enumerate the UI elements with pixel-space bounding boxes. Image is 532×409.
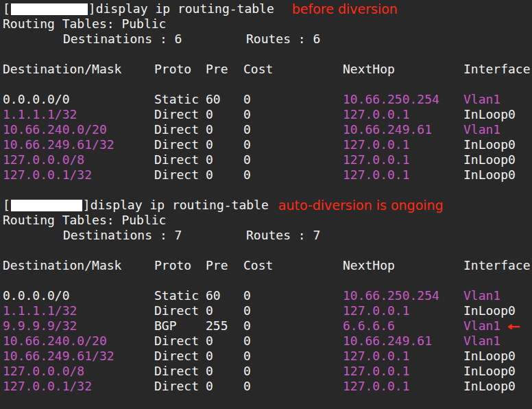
cell-proto: Direct [154,152,206,167]
cell-destination: 10.66.249.61/32 [3,349,154,364]
cell-cost: 0 [243,152,343,167]
cell-proto: Direct [154,137,206,152]
annotation-before-diversion: before diversion [292,1,398,16]
routing-tables-line: Routing Tables: Public [3,16,532,32]
command-line-2: [ ]display ip routing-table auto-diversi… [3,198,532,213]
blank-line [3,77,532,92]
route-row: 10.66.240.0/20 Direct 0 0 10.66.249.61 V… [3,122,532,137]
route-row-bgp-diverted: 9.9.9.9/32 BGP 255 0 6.6.6.6 Vlan1 ← [3,318,532,334]
cell-cost: 0 [243,349,343,364]
routes-count: Routes : 7 [246,228,320,243]
cell-interface: Vlan1 [463,288,500,303]
cell-nexthop: 127.0.0.1 [343,364,463,379]
prompt-open-bracket: [ [3,198,10,213]
cell-proto: Direct [154,334,206,349]
cell-destination: 127.0.0.1/32 [3,167,154,183]
cell-destination: 127.0.0.0/8 [3,152,154,167]
cell-pre: 0 [206,107,243,122]
cell-pre: 0 [206,122,243,137]
cell-cost: 0 [243,92,343,107]
cell-proto: Direct [154,349,206,364]
blank-line [3,183,532,198]
route-row: 127.0.0.0/8 Direct 0 0 127.0.0.1 InLoop0 [3,152,532,167]
col-proto: Proto [154,258,206,273]
cell-proto: Static [154,288,206,303]
cell-pre: 0 [206,364,243,379]
route-row: 10.66.240.0/20 Direct 0 0 10.66.249.61 V… [3,334,532,349]
routing-tables-text: Routing Tables: Public [3,16,166,32]
cell-pre: 0 [206,303,243,318]
cell-proto: Static [154,92,206,107]
cell-cost: 0 [243,288,343,303]
cell-pre: 60 [206,288,243,303]
counts-line: Destinations : 7 Routes : 7 [3,228,532,243]
cell-nexthop: 127.0.0.1 [343,349,463,364]
col-destination-mask: Destination/Mask [3,258,154,273]
cell-interface: InLoop0 [463,364,516,379]
cell-pre: 0 [206,349,243,364]
cell-destination: 127.0.0.1/32 [3,379,154,394]
cell-nexthop: 127.0.0.1 [343,167,463,183]
cell-destination: 127.0.0.0/8 [3,364,154,379]
counts-line: Destinations : 6 Routes : 6 [3,32,532,47]
cell-interface: InLoop0 [463,167,516,183]
cell-pre: 255 [206,318,243,334]
table-header: Destination/Mask Proto Pre Cost NextHop … [3,62,532,77]
cell-destination: 10.66.249.61/32 [3,137,154,152]
cell-proto: Direct [154,107,206,122]
terminal-window: [ ]display ip routing-table before diver… [0,0,532,409]
cell-nexthop: 10.66.250.254 [343,92,463,107]
cell-pre: 0 [206,152,243,167]
col-pre: Pre [206,62,243,77]
cell-nexthop: 127.0.0.1 [343,152,463,167]
cell-destination: 0.0.0.0/0 [3,288,154,303]
col-destination-mask: Destination/Mask [3,62,154,77]
col-cost: Cost [243,62,343,77]
cell-nexthop: 10.66.249.61 [343,334,463,349]
col-cost: Cost [243,258,343,273]
destinations-count: Destinations : 7 [63,228,246,243]
col-interface: Interface [463,62,531,77]
route-row: 10.66.249.61/32 Direct 0 0 127.0.0.1 InL… [3,349,532,364]
cell-pre: 0 [206,334,243,349]
cell-proto: Direct [154,303,206,318]
route-row: 1.1.1.1/32 Direct 0 0 127.0.0.1 InLoop0 [3,303,532,318]
route-row: 127.0.0.0/8 Direct 0 0 127.0.0.1 InLoop0 [3,364,532,379]
cell-interface: InLoop0 [463,137,516,152]
cell-interface: InLoop0 [463,152,516,167]
cell-nexthop: 127.0.0.1 [343,379,463,394]
cell-destination: 1.1.1.1/32 [3,303,154,318]
cell-interface: InLoop0 [463,107,516,122]
cell-proto: Direct [154,364,206,379]
destinations-count: Destinations : 6 [63,32,246,47]
prompt-open-bracket: [ [3,1,10,16]
col-interface: Interface [463,258,531,273]
cell-nexthop: 127.0.0.1 [343,107,463,122]
cell-proto: Direct [154,122,206,137]
cell-pre: 0 [206,167,243,183]
col-nexthop: NextHop [343,62,463,77]
cell-cost: 0 [243,107,343,122]
cell-cost: 0 [243,334,343,349]
command-text: ]display ip routing-table [88,1,274,16]
col-proto: Proto [154,62,206,77]
cell-destination: 9.9.9.9/32 [3,318,154,334]
cell-cost: 0 [243,364,343,379]
route-row: 0.0.0.0/0 Static 60 0 10.66.250.254 Vlan… [3,288,532,303]
cell-nexthop: 127.0.0.1 [343,303,463,318]
routes-count: Routes : 6 [246,32,320,47]
cell-nexthop: 6.6.6.6 [343,318,463,334]
cell-destination: 10.66.240.0/20 [3,122,154,137]
cell-destination: 10.66.240.0/20 [3,334,154,349]
cell-proto: BGP [154,318,206,334]
route-row: 10.66.249.61/32 Direct 0 0 127.0.0.1 InL… [3,137,532,152]
blank-line [3,273,532,288]
cell-destination: 0.0.0.0/0 [3,92,154,107]
table-header: Destination/Mask Proto Pre Cost NextHop … [3,258,532,273]
col-pre: Pre [206,258,243,273]
route-row: 1.1.1.1/32 Direct 0 0 127.0.0.1 InLoop0 [3,107,532,122]
cell-interface: Vlan1 [463,334,500,349]
cell-interface: InLoop0 [463,349,516,364]
cell-cost: 0 [243,318,343,334]
command-line-1: [ ]display ip routing-table before diver… [3,1,532,16]
